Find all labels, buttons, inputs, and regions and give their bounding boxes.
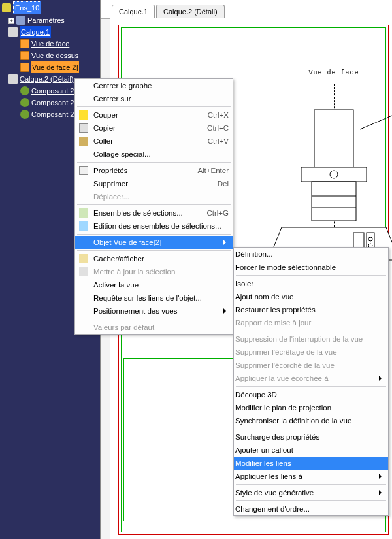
svg-point-2 (330, 171, 338, 178)
menu-properties[interactable]: PropriétésAlt+Enter (75, 164, 233, 177)
menu-activate-view[interactable]: Activer la vue (75, 278, 233, 291)
assembly-icon (2, 3, 11, 12)
submenu-change-order[interactable]: Changement d'ordre... (234, 502, 388, 515)
tree-label: Calque.2 (Détail) (20, 73, 74, 85)
tree-label: Calque.1 (20, 26, 51, 38)
tree-label: Composant 2 (31, 85, 74, 97)
menu-separator (236, 275, 386, 276)
context-submenu: Définition... Forcer le mode sélectionna… (233, 247, 389, 516)
menu-default-values: Valeurs par défaut (75, 321, 233, 334)
menu-move: Déplacer... (75, 190, 233, 203)
view-icon (20, 39, 29, 48)
menu-view-object[interactable]: Objet Vue de face[2] (75, 236, 233, 249)
submenu-definition[interactable]: Définition... (234, 248, 388, 261)
view-icon (20, 51, 29, 60)
menu-selection-sets[interactable]: Ensembles de sélections...Ctrl+G (75, 206, 233, 220)
selection-sets-icon (79, 208, 88, 218)
menu-separator (77, 162, 231, 163)
component-icon (20, 110, 29, 119)
submenu-modify-links[interactable]: Modifier les liens (234, 457, 388, 470)
tree-node-parameters[interactable]: + Paramètres (8, 14, 96, 26)
submenu-modify-projection[interactable]: Modifier le plan de projection (234, 401, 388, 414)
tree-node-view[interactable]: Vue de face (20, 38, 96, 50)
svg-rect-3 (312, 182, 356, 221)
tree-root[interactable]: Ens_10 (2, 1, 96, 14)
svg-point-9 (368, 237, 372, 241)
menu-separator (236, 386, 386, 387)
tree-label: Vue de dessus (31, 50, 78, 61)
hide-show-icon (79, 254, 88, 263)
menu-hide-show[interactable]: Cacher/afficher (75, 252, 233, 265)
parameters-icon (16, 16, 25, 25)
tree-label: Paramètres (27, 14, 65, 26)
paste-icon (79, 137, 88, 146)
submenu-add-view-name[interactable]: Ajout nom de vue (234, 290, 388, 303)
component-icon (20, 86, 29, 95)
layer-icon (8, 27, 18, 37)
copy-icon (79, 123, 88, 133)
tab-layer2[interactable]: Calque.2 (Détail) (156, 5, 225, 18)
submenu-suppress-interrupt: Suppression de l'interruption de la vue (234, 333, 388, 346)
layer-icon (8, 74, 18, 84)
tree-label: Composant 2 (31, 97, 74, 108)
menu-separator (236, 500, 386, 501)
view-caption: Vue de face (295, 69, 373, 76)
menu-separator (77, 204, 231, 205)
tree-root-label: Ens_10 (13, 1, 41, 14)
menu-separator (236, 429, 386, 429)
tree-label: Vue de face[2] (31, 61, 79, 73)
properties-icon (79, 166, 88, 175)
tree-node-view[interactable]: Vue de dessus (20, 50, 96, 61)
menu-paste[interactable]: CollerCtrl+V (75, 135, 233, 148)
expand-icon[interactable]: + (8, 18, 14, 24)
tree-node-view-selected[interactable]: Vue de face[2] (20, 61, 96, 73)
menu-paste-special[interactable]: Collage spécial... (75, 148, 233, 161)
menu-separator (77, 106, 231, 107)
menu-separator (236, 331, 386, 331)
submenu-generative-style[interactable]: Style de vue générative (234, 486, 388, 499)
svg-line-11 (360, 110, 392, 129)
submenu-restore-properties[interactable]: Restaurer les propriétés (234, 303, 388, 316)
submenu-force-selectable[interactable]: Forcer le mode sélectionnable (234, 261, 388, 274)
menu-delete[interactable]: SupprimerDel (75, 177, 233, 190)
menu-edit-selection-sets[interactable]: Edition des ensembles de sélections... (75, 220, 233, 233)
view-icon (20, 63, 29, 72)
menu-separator (77, 319, 231, 319)
submenu-update-report: Rapport de mise à jour (234, 316, 388, 329)
submenu-suppress-flay: Supprimer l'écorché de la vue (234, 359, 388, 372)
context-menu: Centrer le graphe Centrer sur CouperCtrl… (74, 78, 233, 335)
submenu-add-callout[interactable]: Ajouter un callout (234, 444, 388, 457)
menu-view-positioning[interactable]: Positionnement des vues (75, 304, 233, 318)
menu-separator (77, 234, 231, 235)
menu-center-on[interactable]: Centrer sur (75, 92, 233, 105)
submenu-suppress-clip: Supprimer l'écrêtage de la vue (234, 346, 388, 359)
menu-separator (236, 484, 386, 485)
submenu-override-properties[interactable]: Surcharge des propriétés (234, 431, 388, 444)
svg-rect-0 (314, 110, 353, 169)
submenu-apply-links[interactable]: Appliquer les liens à (234, 470, 388, 483)
submenu-isolate[interactable]: Isoler (234, 277, 388, 290)
tree-label: Composant 2 (31, 108, 74, 120)
layer-tabs: Calque.1 Calque.2 (Détail) (101, 0, 392, 18)
menu-separator (77, 250, 231, 251)
submenu-sync-definition[interactable]: Synchroniser la définition de la vue (234, 414, 388, 427)
menu-center-graph[interactable]: Centrer le graphe (75, 79, 233, 92)
submenu-apply-flay: Appliquer la vue écorchée à (234, 372, 388, 385)
tree-label: Vue de face (31, 38, 69, 50)
menu-cut[interactable]: CouperCtrl+X (75, 108, 233, 122)
menu-query-links[interactable]: Requête sur les liens de l'objet... (75, 291, 233, 304)
submenu-3d-cut[interactable]: Découpe 3D (234, 388, 388, 401)
component-icon (20, 98, 29, 107)
menu-copy[interactable]: CopierCtrl+C (75, 122, 233, 135)
tab-layer1[interactable]: Calque.1 (112, 5, 155, 18)
menu-update-selection: Mettre à jour la sélection (75, 265, 233, 278)
refresh-icon (79, 267, 88, 276)
edit-sets-icon (79, 221, 88, 231)
cut-icon (79, 110, 88, 120)
tree-node-layer1[interactable]: Calque.1 (8, 26, 96, 38)
